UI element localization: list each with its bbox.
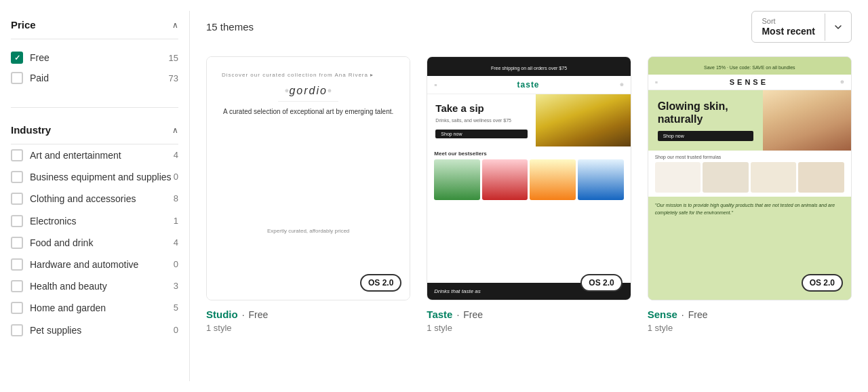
business-checkbox[interactable] <box>11 171 23 183</box>
pet-checkbox[interactable] <box>11 324 23 336</box>
industry-item-clothing: Clothing and accessories 8 <box>11 188 178 210</box>
industry-item-health: Health and beauty 3 <box>11 275 178 297</box>
main-content: 15 themes Sort Most recent <box>190 11 868 381</box>
studio-name-link[interactable]: Studio <box>206 309 238 320</box>
taste-preview[interactable]: Free shipping on all orders over $75 ≡ t… <box>427 56 631 300</box>
sidebar-divider <box>11 107 178 108</box>
themes-grid: Discover our curated collection from Ana… <box>206 56 852 336</box>
art-checkbox[interactable] <box>11 149 23 161</box>
free-count: 15 <box>169 53 178 63</box>
food-count: 4 <box>174 237 178 248</box>
main-header: 15 themes Sort Most recent <box>206 11 852 43</box>
clothing-checkbox[interactable] <box>11 193 23 205</box>
health-count: 3 <box>174 280 178 291</box>
electronics-count: 1 <box>174 215 178 226</box>
studio-info: Studio · Free 1 style <box>206 300 410 336</box>
art-label: Art and entertainment <box>30 149 121 161</box>
industry-item-hardware: Hardware and automotive 0 <box>11 254 178 275</box>
home-checkbox[interactable] <box>11 302 23 314</box>
sense-os-badge: OS 2.0 <box>802 274 843 292</box>
hardware-count: 0 <box>174 258 178 269</box>
price-filter-title: Price <box>11 19 36 31</box>
themes-count: 15 themes <box>206 21 254 33</box>
price-items: Free 15 Paid 73 <box>11 39 178 96</box>
sense-preview[interactable]: Save 15% · Use code: SAVE on all bundles… <box>648 56 852 300</box>
art-count: 4 <box>174 149 178 160</box>
studio-styles: 1 style <box>206 323 410 333</box>
clothing-label: Clothing and accessories <box>30 193 136 205</box>
studio-preview[interactable]: Discover our curated collection from Ana… <box>206 56 410 300</box>
sense-price: Free <box>688 309 708 320</box>
sort-label: Sort <box>762 17 815 25</box>
theme-card-studio: Discover our curated collection from Ana… <box>206 56 410 336</box>
sort-value: Most recent <box>762 26 815 37</box>
paid-checkbox[interactable] <box>11 72 23 84</box>
industry-items: Art and entertainment 4 Business equipme… <box>11 144 178 341</box>
industry-item-business: Business equipment and supplies 0 <box>11 166 178 188</box>
taste-name-link[interactable]: Taste <box>427 309 452 320</box>
industry-filter-section: Industry ∧ Art and entertainment 4 <box>11 113 178 341</box>
industry-filter-header[interactable]: Industry ∧ <box>11 116 178 144</box>
electronics-checkbox[interactable] <box>11 215 23 227</box>
electronics-label: Electronics <box>30 215 76 227</box>
price-item-free: Free 15 <box>11 47 178 68</box>
home-label: Home and garden <box>30 302 106 314</box>
health-label: Health and beauty <box>30 280 107 292</box>
industry-item-home: Home and garden 5 <box>11 297 178 319</box>
sense-info: Sense · Free 1 style <box>648 300 852 336</box>
taste-styles: 1 style <box>427 323 631 333</box>
industry-item-electronics: Electronics 1 <box>11 210 178 232</box>
industry-chevron-icon: ∧ <box>172 125 178 135</box>
home-count: 5 <box>174 302 178 313</box>
food-label: Food and drink <box>30 237 93 249</box>
free-label: Free <box>30 52 50 63</box>
hardware-checkbox[interactable] <box>11 258 23 271</box>
price-filter-header[interactable]: Price ∧ <box>11 11 178 39</box>
price-chevron-icon: ∧ <box>172 20 178 30</box>
free-checkbox[interactable] <box>11 52 23 64</box>
business-count: 0 <box>174 171 178 182</box>
industry-filter-title: Industry <box>11 124 51 136</box>
theme-card-taste: Free shipping on all orders over $75 ≡ t… <box>427 56 631 336</box>
food-checkbox[interactable] <box>11 237 23 249</box>
studio-os-badge: OS 2.0 <box>360 274 401 292</box>
sidebar: Price ∧ Free 15 Paid <box>0 11 190 381</box>
sort-button[interactable]: Sort Most recent <box>751 11 852 43</box>
theme-card-sense: Save 15% · Use code: SAVE on all bundles… <box>648 56 852 336</box>
health-checkbox[interactable] <box>11 280 23 292</box>
page-container: Price ∧ Free 15 Paid <box>0 0 868 392</box>
sense-styles: 1 style <box>648 323 852 333</box>
price-filter-section: Price ∧ Free 15 Paid <box>11 11 178 96</box>
taste-os-badge: OS 2.0 <box>580 274 622 292</box>
pet-count: 0 <box>174 324 178 335</box>
business-label: Business equipment and supplies <box>30 171 172 183</box>
paid-label: Paid <box>30 73 49 83</box>
paid-count: 73 <box>169 73 178 83</box>
hardware-label: Hardware and automotive <box>30 258 138 271</box>
industry-item-art: Art and entertainment 4 <box>11 144 178 166</box>
price-item-paid: Paid 73 <box>11 68 178 88</box>
clothing-count: 8 <box>174 193 178 203</box>
industry-item-pet: Pet supplies 0 <box>11 319 178 341</box>
taste-info: Taste · Free 1 style <box>427 300 631 336</box>
pet-label: Pet supplies <box>30 324 81 336</box>
studio-price: Free <box>249 309 269 320</box>
sort-chevron-icon <box>825 17 851 37</box>
sense-name-link[interactable]: Sense <box>648 309 677 320</box>
taste-price: Free <box>463 309 483 320</box>
industry-item-food: Food and drink 4 <box>11 232 178 254</box>
